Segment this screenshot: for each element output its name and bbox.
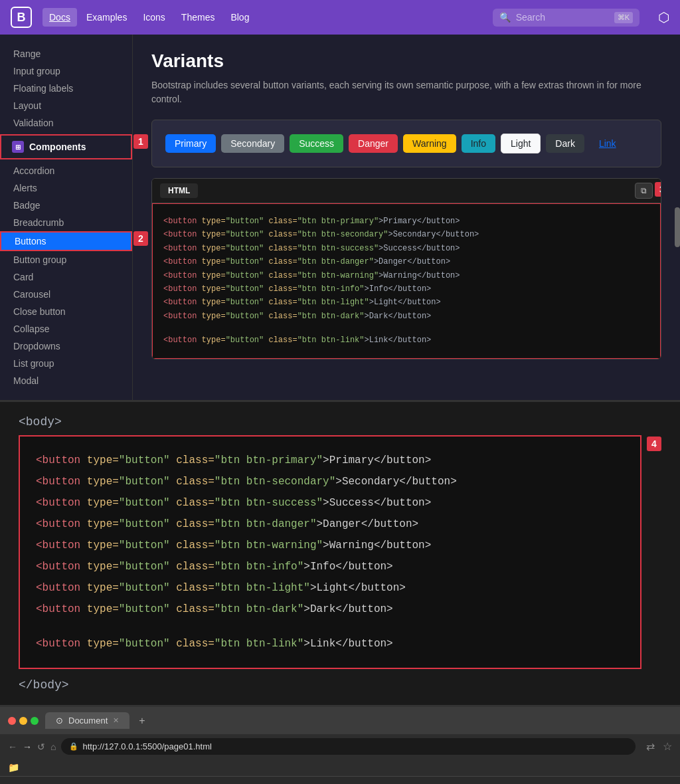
sidebar-item-accordion[interactable]: Accordion bbox=[0, 162, 132, 179]
demo-btn-dark[interactable]: Dark bbox=[546, 134, 584, 153]
sidebar-item-close-button[interactable]: Close button bbox=[0, 303, 132, 320]
code-line-1: <button type="button" class="btn btn-pri… bbox=[163, 215, 649, 228]
search-icon: 🔍 bbox=[499, 12, 511, 23]
sidebar-item-input-group[interactable]: Input group bbox=[0, 62, 132, 80]
sidebar-item-modal[interactable]: Modal bbox=[0, 372, 132, 389]
sidebar-item-button-group[interactable]: Button group bbox=[0, 251, 132, 268]
sidebar-item-badge[interactable]: Badge bbox=[0, 197, 132, 214]
sidebar-section-components: ⊞ Components 1 bbox=[0, 134, 132, 159]
code-tab-html[interactable]: HTML bbox=[160, 183, 198, 198]
components-icon: ⊞ bbox=[12, 141, 24, 153]
nav-link-blog[interactable]: Blog bbox=[224, 8, 256, 27]
components-label: Components bbox=[29, 142, 86, 152]
demo-btn-danger[interactable]: Danger bbox=[349, 134, 398, 153]
large-code-line-4: <button type="button" class="btn btn-dan… bbox=[36, 514, 624, 535]
demo-btn-light[interactable]: Light bbox=[501, 134, 541, 153]
sidebar-item-layout[interactable]: Layout bbox=[0, 97, 132, 114]
sidebar-item-floating-labels[interactable]: Floating labels bbox=[0, 80, 132, 97]
demo-btn-primary[interactable]: Primary bbox=[165, 134, 216, 153]
tab-title: Document bbox=[68, 716, 108, 726]
large-code-block: <button type="button" class="btn btn-pri… bbox=[19, 435, 641, 669]
search-shortcut: ⌘K bbox=[614, 12, 633, 23]
large-code-line-5: <button type="button" class="btn btn-war… bbox=[36, 535, 624, 556]
large-code-line-6: <button type="button" class="btn btn-inf… bbox=[36, 556, 624, 577]
forward-button[interactable]: → bbox=[23, 741, 32, 752]
demo-btn-info[interactable]: Info bbox=[462, 134, 495, 153]
main-content: Variants Bootstrap includes several butt… bbox=[133, 35, 680, 400]
sidebar-item-list-group[interactable]: List group bbox=[0, 355, 132, 372]
back-button[interactable]: ← bbox=[8, 741, 17, 752]
sidebar-item-collapse[interactable]: Collapse bbox=[0, 320, 132, 338]
code-body: <button type="button" class="btn btn-pri… bbox=[152, 203, 661, 359]
sidebar-item-validation[interactable]: Validation bbox=[0, 114, 132, 132]
demo-btn-secondary[interactable]: Secondary bbox=[221, 134, 284, 153]
code-line-3: <button type="button" class="btn btn-suc… bbox=[163, 242, 649, 255]
reload-button[interactable]: ↺ bbox=[37, 741, 45, 752]
tab-favicon: ⊙ bbox=[56, 716, 63, 726]
sidebar-item-buttons[interactable]: Buttons 2 bbox=[0, 231, 132, 251]
browser-content-row: Primary Secondary Success Danger Warning… bbox=[0, 777, 680, 784]
new-tab-button[interactable]: + bbox=[136, 715, 147, 727]
code-panel: HTML ⧉ 3 <button type="button" class="bt… bbox=[151, 178, 661, 359]
browser-nav-bar: ← → ↺ ⌂ 🔒 http://127.0.0.1:5500/page01.h… bbox=[0, 734, 680, 759]
large-code-line-7: <button type="button" class="btn btn-lig… bbox=[36, 577, 624, 599]
demo-btn-link[interactable]: Link bbox=[590, 134, 626, 153]
translate-icon[interactable]: ⇄ bbox=[646, 740, 655, 753]
annotation-2: 2 bbox=[133, 231, 148, 246]
code-view-section: <body> <button type="button" class="btn … bbox=[0, 400, 680, 705]
browser-tab[interactable]: ⊙ Document ✕ bbox=[45, 712, 129, 729]
github-icon[interactable]: ⬡ bbox=[658, 9, 669, 25]
search-bar[interactable]: 🔍 ⌘K bbox=[493, 9, 639, 27]
large-code-line-1: <button type="button" class="btn btn-pri… bbox=[36, 450, 624, 471]
code-line-4: <button type="button" class="btn btn-dan… bbox=[163, 255, 649, 268]
page-title: Variants bbox=[151, 50, 661, 72]
search-input[interactable] bbox=[516, 12, 609, 23]
scroll-bar[interactable] bbox=[675, 207, 680, 247]
minimize-window-button[interactable] bbox=[19, 717, 27, 725]
browser-toolbar: 📁 bbox=[0, 759, 680, 777]
sidebar-item-card[interactable]: Card bbox=[0, 268, 132, 286]
tab-close-button[interactable]: ✕ bbox=[113, 716, 119, 725]
page-description: Bootstrap includes several button varian… bbox=[151, 78, 661, 106]
close-window-button[interactable] bbox=[8, 717, 16, 725]
browser-section: ⊙ Document ✕ + ← → ↺ ⌂ 🔒 http://127.0.0.… bbox=[0, 705, 680, 784]
brand-logo[interactable]: B bbox=[11, 7, 32, 28]
sidebar-item-alerts[interactable]: Alerts bbox=[0, 179, 132, 197]
annotation-4-badge: 4 bbox=[647, 437, 661, 451]
sidebar-item-range[interactable]: Range bbox=[0, 45, 132, 62]
sidebar-item-dropdowns[interactable]: Dropdowns bbox=[0, 338, 132, 355]
nav-link-icons[interactable]: Icons bbox=[136, 8, 171, 27]
home-button[interactable]: ⌂ bbox=[50, 741, 56, 752]
nav-link-themes[interactable]: Themes bbox=[175, 8, 222, 27]
copy-icon: ⧉ bbox=[641, 186, 647, 195]
open-body-tag: <body> bbox=[19, 415, 661, 429]
url-bar[interactable]: 🔒 http://127.0.0.1:5500/page01.html bbox=[61, 738, 636, 755]
code-block-with-annotation: <button type="button" class="btn btn-pri… bbox=[19, 435, 661, 676]
demo-btn-warning[interactable]: Warning bbox=[403, 134, 456, 153]
code-line-2: <button type="button" class="btn btn-sec… bbox=[163, 228, 649, 241]
nav-link-docs[interactable]: Docs bbox=[42, 8, 77, 27]
large-code-line-2: <button type="button" class="btn btn-sec… bbox=[36, 471, 624, 492]
code-line-7: <button type="button" class="btn btn-lig… bbox=[163, 296, 649, 309]
sidebar-item-breadcrumb[interactable]: Breadcrumb bbox=[0, 214, 132, 231]
browser-chrome: ⊙ Document ✕ + bbox=[0, 707, 680, 734]
large-code-blank bbox=[36, 620, 624, 633]
copy-button[interactable]: ⧉ 3 bbox=[635, 183, 653, 199]
code-blank-line bbox=[163, 323, 649, 334]
code-line-6: <button type="button" class="btn btn-inf… bbox=[163, 282, 649, 296]
window-controls bbox=[8, 717, 39, 725]
close-body-tag: </body> bbox=[19, 678, 661, 692]
maximize-window-button[interactable] bbox=[31, 717, 39, 725]
code-line-5: <button type="button" class="btn btn-war… bbox=[163, 269, 649, 282]
large-code-line-10: <button type="button" class="btn btn-lin… bbox=[36, 633, 624, 654]
bookmark-icon[interactable]: ☆ bbox=[663, 740, 672, 753]
url-text: http://127.0.0.1:5500/page01.html bbox=[82, 741, 211, 751]
code-panel-header: HTML ⧉ 3 bbox=[152, 179, 661, 203]
button-demo-row: Primary Secondary Success Danger Warning… bbox=[151, 120, 661, 167]
annotation-3: 3 bbox=[655, 182, 661, 197]
nav-link-examples[interactable]: Examples bbox=[80, 8, 133, 27]
code-line-8: <button type="button" class="btn btn-dar… bbox=[163, 310, 649, 323]
sidebar-item-carousel[interactable]: Carousel bbox=[0, 286, 132, 303]
bookmarks-icon[interactable]: 📁 bbox=[8, 762, 19, 773]
demo-btn-success[interactable]: Success bbox=[290, 134, 343, 153]
